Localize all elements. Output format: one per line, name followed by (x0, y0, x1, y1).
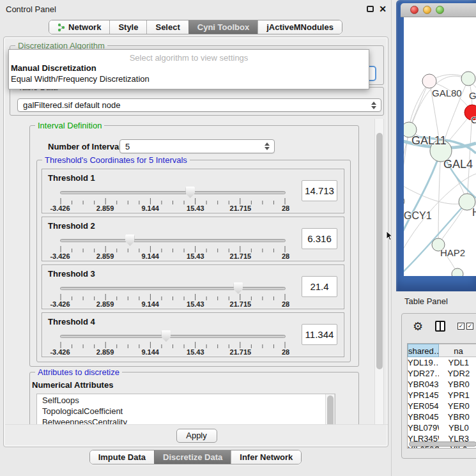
tab-impute-data[interactable]: Impute Data (90, 450, 154, 464)
zoom-traffic-light[interactable] (436, 6, 444, 14)
network-view-window: GAL80 G C GAL11 GAL4 GCY1 H HAP2 (396, 0, 476, 291)
bottom-tab-bar: Impute Data Discretize Data Infer Networ… (0, 450, 391, 464)
node[interactable] (452, 268, 463, 276)
column-header-name[interactable]: na (439, 344, 476, 357)
node-gcy1[interactable] (404, 196, 404, 207)
number-of-intervals-spinner[interactable]: 5 (119, 139, 275, 153)
tick-label: -3.426 (50, 204, 70, 212)
tab-select-label: Select (155, 22, 180, 32)
float-window-icon[interactable] (367, 6, 374, 12)
threshold-4-value-field[interactable]: 11.344 (302, 324, 337, 345)
tick-label: 21.715 (230, 252, 252, 260)
table-toolbar: ⚙ ✓ ✓ (402, 318, 476, 337)
cell[interactable]: YBR0 (439, 411, 476, 422)
cell[interactable]: YBR043C (408, 379, 439, 390)
columns-icon[interactable] (435, 321, 445, 332)
list-scrollbar[interactable] (325, 394, 335, 424)
tab-cyni-toolbox[interactable]: Cyni Toolbox (188, 20, 257, 34)
tab-style-label: Style (118, 22, 138, 32)
checkbox-icon[interactable]: ✓ (466, 323, 473, 330)
tick-label: 2.859 (96, 300, 114, 308)
tick-label: 15.43 (187, 252, 204, 260)
cell[interactable]: YER054C (408, 401, 439, 411)
tick-label: 28 (282, 204, 289, 212)
slider-track[interactable] (60, 287, 286, 290)
column-header-shared-name[interactable]: shared… (408, 344, 439, 357)
cell[interactable]: YPR145W (408, 390, 439, 401)
node[interactable] (461, 72, 475, 86)
threshold-1-slider[interactable]: -3.426 2.859 9.144 15.43 21.715 28 (60, 186, 286, 214)
table-row[interactable]: YER054CYER0 (408, 401, 476, 411)
tab-network[interactable]: Network (49, 20, 109, 34)
network-window-titlebar[interactable] (401, 3, 476, 17)
control-panel-window: Control Panel ✕ Network Style Select Cyn… (0, 0, 392, 476)
tick-label: 15.43 (187, 348, 204, 356)
gear-icon[interactable]: ⚙ (413, 319, 423, 334)
control-panel-titlebar: Control Panel ✕ (0, 0, 391, 18)
node-gal80[interactable] (422, 74, 436, 88)
tick-label: 28 (282, 300, 289, 308)
node-label-gcy1: GCY1 (404, 210, 432, 221)
threshold-1-value-field[interactable]: 14.713 (302, 180, 337, 201)
tick-label: 2.859 (96, 252, 114, 260)
slider-thumb[interactable] (233, 282, 243, 294)
cell[interactable]: YPR1 (439, 390, 476, 401)
table-row[interactable]: YBR043CYBR0 (408, 379, 476, 390)
cell[interactable]: YDR27… (408, 368, 439, 379)
slider-thumb[interactable] (161, 330, 171, 342)
cell[interactable]: YER0 (439, 401, 476, 411)
cell[interactable]: YDL1 (439, 357, 476, 368)
apply-button[interactable]: Apply (176, 429, 217, 443)
threshold-4-label: Threshold 4 (48, 317, 95, 326)
table-row[interactable]: YDL19…YDL1 (408, 357, 476, 368)
slider-track[interactable] (60, 191, 286, 194)
threshold-3-slider[interactable]: -3.426 2.859 9.144 15.43 21.715 28 (60, 282, 286, 310)
scrollbar-thumb[interactable] (376, 133, 383, 369)
checkbox-icon[interactable]: ✓ (457, 323, 464, 330)
cell[interactable]: YBL079W (408, 422, 439, 433)
table-row[interactable]: YBR045CYBR0 (408, 411, 476, 422)
table-header-row: shared… na (408, 344, 476, 357)
list-item[interactable]: TopologicalCoefficient (37, 406, 335, 416)
cell[interactable]: YBR045C (408, 411, 439, 422)
slider-track[interactable] (60, 335, 286, 338)
algorithm-dropdown-popup: Select algorithm to view settings Manual… (8, 49, 369, 89)
cell[interactable]: YDL19… (408, 357, 439, 368)
horizontal-scrollbar[interactable] (409, 441, 476, 447)
scrollbar-thumb[interactable] (327, 395, 334, 424)
tab-discretize-data[interactable]: Discretize Data (154, 450, 231, 464)
slider-thumb[interactable] (125, 234, 135, 246)
close-traffic-light[interactable] (410, 6, 418, 14)
threshold-4-slider[interactable]: -3.426 2.859 9.144 15.43 21.715 28 (60, 330, 286, 358)
tab-infer-network[interactable]: Infer Network (231, 450, 301, 464)
minimize-traffic-light[interactable] (423, 6, 431, 14)
slider-thumb[interactable] (185, 187, 195, 198)
algorithm-option-equal-width[interactable]: Equal Width/Frequency Discretization (9, 73, 369, 84)
slider-tick-labels: -3.426 2.859 9.144 15.43 21.715 28 (60, 300, 286, 309)
algorithm-option-manual[interactable]: Manual Discretization (9, 63, 369, 73)
list-item[interactable]: SelfLoops (37, 395, 335, 405)
table-row[interactable]: YDR27…YDR2 (408, 368, 476, 379)
tab-style[interactable]: Style (109, 20, 146, 34)
cell[interactable]: YBR0 (439, 379, 476, 390)
cell[interactable]: YDR2 (439, 368, 476, 379)
network-canvas[interactable]: GAL80 G C GAL11 GAL4 GCY1 H HAP2 (404, 17, 476, 276)
table-row[interactable]: YPR145WYPR1 (408, 390, 476, 401)
tab-network-label: Network (68, 22, 101, 32)
close-icon[interactable]: ✕ (379, 4, 387, 14)
slider-tick-labels: -3.426 2.859 9.144 15.43 21.715 28 (60, 252, 286, 261)
threshold-2-slider[interactable]: -3.426 2.859 9.144 15.43 21.715 28 (60, 234, 286, 262)
tab-jactivemnodules[interactable]: jActiveMNodules (257, 20, 342, 34)
tab-infer-network-label: Infer Network (240, 452, 293, 462)
panel-scrollbar[interactable] (374, 119, 384, 424)
slider-tick-labels: -3.426 2.859 9.144 15.43 21.715 28 (60, 348, 286, 357)
table-row[interactable]: YBL079WYBL0 (408, 422, 476, 433)
cell[interactable]: YBL0 (439, 422, 476, 433)
table-data-combobox[interactable]: galFiltered.sif default node (17, 98, 381, 112)
threshold-2-value-field[interactable]: 6.316 (302, 228, 337, 249)
tab-select[interactable]: Select (146, 20, 188, 34)
slider-track[interactable] (60, 239, 286, 242)
thresholds-group: Threshold's Coordinates for 5 Intervals … (36, 160, 351, 362)
list-item[interactable]: BetweennessCentrality (37, 417, 335, 424)
threshold-3-value-field[interactable]: 21.4 (302, 276, 337, 297)
